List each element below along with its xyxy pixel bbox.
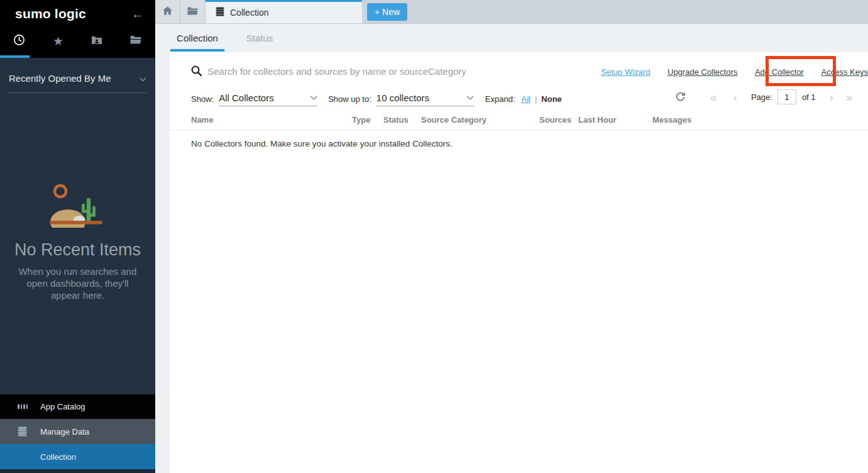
active-subtab-underline — [170, 49, 224, 52]
library-tab-button[interactable] — [180, 0, 206, 23]
column-header-status[interactable]: Status — [383, 115, 421, 130]
subtab-status[interactable]: Status — [242, 24, 277, 52]
sidebar-icon-tabs: ★ — [0, 28, 155, 54]
folder-icon — [187, 6, 198, 18]
toolbar-links: Setup Wizard Upgrade Collectors Add Coll… — [586, 67, 868, 77]
expand-label: Expand: — [485, 94, 515, 104]
main-area: Collection + New Collection Status Setup… — [155, 0, 868, 473]
setup-wizard-link[interactable]: Setup Wizard — [601, 67, 650, 77]
access-keys-link[interactable]: Access Keys — [821, 67, 868, 77]
active-tab-underline — [0, 55, 30, 58]
app-window: sumo logic ← ★ — [0, 0, 868, 473]
sidebar-menu-filler — [0, 469, 155, 473]
recents-tab[interactable] — [0, 28, 39, 54]
column-header-messages[interactable]: Messages — [652, 115, 722, 130]
menu-item-label: Manage Data — [40, 427, 89, 437]
subtab-collection[interactable]: Collection — [170, 24, 224, 52]
expand-none-link[interactable]: None — [541, 94, 562, 104]
page-number-input[interactable] — [777, 89, 796, 104]
add-collector-link[interactable]: Add Collector — [755, 67, 804, 77]
home-icon — [163, 6, 172, 18]
filter-row: Show: All Collectors Show up to: 10 coll… — [191, 90, 562, 108]
column-header-source-category[interactable]: Source Category — [421, 115, 539, 130]
sidebar-item-manage-data[interactable]: Manage Data — [0, 419, 155, 444]
database-icon — [18, 426, 28, 437]
page-total: of 1 — [802, 92, 816, 102]
app-grid-icon — [18, 404, 28, 409]
show-up-to-value: 10 collectors — [376, 92, 429, 103]
collapse-sidebar-icon[interactable]: ← — [131, 8, 144, 20]
no-recent-items-description: When you run searches and open dashboard… — [11, 265, 144, 301]
last-page-icon[interactable]: » — [846, 91, 853, 103]
new-button[interactable]: + New — [367, 3, 407, 21]
home-tab-button[interactable] — [155, 0, 180, 23]
show-collectors-value: All Collectors — [219, 92, 274, 103]
sidebar-item-app-catalog[interactable]: App Catalog — [0, 394, 155, 419]
desert-illustration — [50, 184, 106, 230]
clock-icon — [13, 34, 25, 48]
show-label: Show: — [191, 94, 214, 104]
show-collectors-dropdown[interactable]: All Collectors — [219, 92, 317, 106]
expand-all-link[interactable]: All — [522, 94, 530, 104]
subtab-label: Collection — [177, 33, 218, 43]
sidebar-item-collection[interactable]: Collection — [0, 444, 155, 469]
next-page-icon[interactable]: › — [830, 91, 833, 103]
app-tab-bar: Collection + New — [155, 0, 868, 24]
page-label: Page: — [751, 92, 772, 102]
menu-item-label: App Catalog — [40, 402, 85, 411]
empty-table-message: No Collectors found. Make sure you activ… — [191, 139, 453, 148]
column-header-last-hour[interactable]: Last Hour — [578, 115, 652, 130]
favorites-tab[interactable]: ★ — [39, 28, 78, 54]
recent-scope-dropdown[interactable]: Recently Opened By Me — [8, 58, 148, 93]
database-icon — [216, 7, 224, 19]
column-header-type[interactable]: Type — [352, 115, 383, 130]
collectors-table-header: Name Type Status Source Category Sources… — [170, 115, 868, 130]
star-icon: ★ — [53, 34, 63, 48]
menu-item-label: Collection — [40, 452, 76, 462]
folder-icon — [130, 35, 141, 47]
previous-page-icon[interactable]: ‹ — [733, 91, 737, 103]
chevron-down-icon — [466, 92, 474, 103]
first-page-icon[interactable]: « — [710, 91, 717, 103]
chevron-down-icon — [140, 73, 146, 84]
show-up-to-dropdown[interactable]: 10 collectors — [376, 92, 474, 106]
refresh-icon[interactable] — [676, 92, 685, 102]
sidebar: sumo logic ← ★ — [0, 0, 155, 473]
column-header-name[interactable]: Name — [191, 115, 352, 130]
tab-title: Collection — [230, 8, 268, 18]
upgrade-collectors-link[interactable]: Upgrade Collectors — [667, 67, 737, 77]
subtab-label: Status — [246, 33, 273, 43]
sumo-logic-logo: sumo logic — [15, 6, 86, 21]
library-folder-tab[interactable] — [116, 28, 155, 54]
pagination-controls: « ‹ Page: of 1 › » — [676, 87, 852, 106]
sun-icon — [55, 186, 66, 197]
subtab-bar: Collection Status — [155, 24, 868, 52]
recent-scope-label: Recently Opened By Me — [9, 73, 111, 84]
collection-page-tab[interactable]: Collection — [206, 0, 362, 23]
sidebar-header: sumo logic ← ★ — [0, 0, 155, 58]
no-recent-items-title: No Recent Items — [0, 240, 155, 260]
chevron-down-icon — [310, 92, 317, 103]
collection-panel: Setup Wizard Upgrade Collectors Add Coll… — [170, 52, 868, 473]
search-input[interactable] — [207, 64, 559, 79]
search-icon — [191, 65, 202, 79]
column-header-sources[interactable]: Sources — [539, 115, 578, 130]
personal-folder-tab[interactable] — [78, 28, 117, 54]
expand-separator: | — [535, 94, 537, 104]
personal-folder-icon — [91, 35, 102, 47]
show-up-to-label: Show up to: — [328, 94, 371, 104]
sidebar-bottom-menu: App Catalog Manage Data Collection — [0, 394, 155, 473]
